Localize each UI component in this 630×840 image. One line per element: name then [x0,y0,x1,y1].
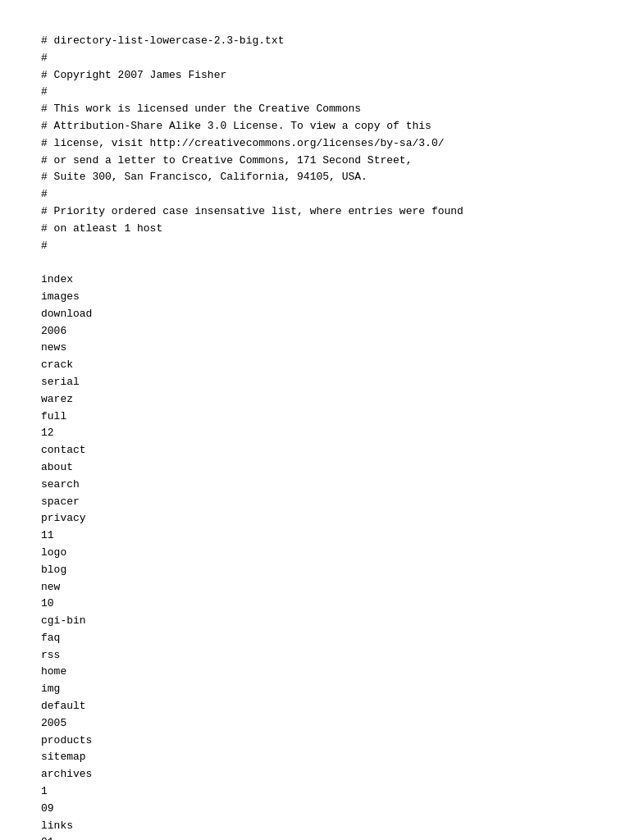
text-content: # directory-list-lowercase-2.3-big.txt #… [41,33,589,840]
